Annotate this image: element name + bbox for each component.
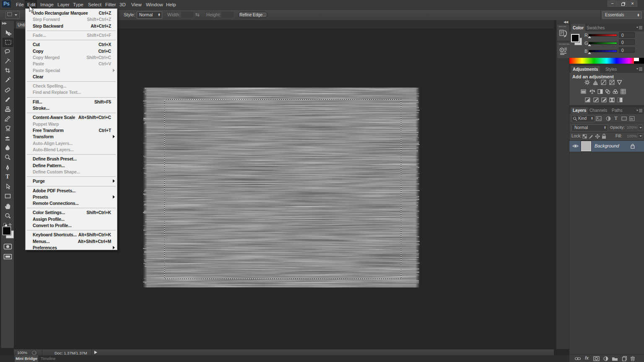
svg-text:fx: fx	[631, 117, 634, 120]
